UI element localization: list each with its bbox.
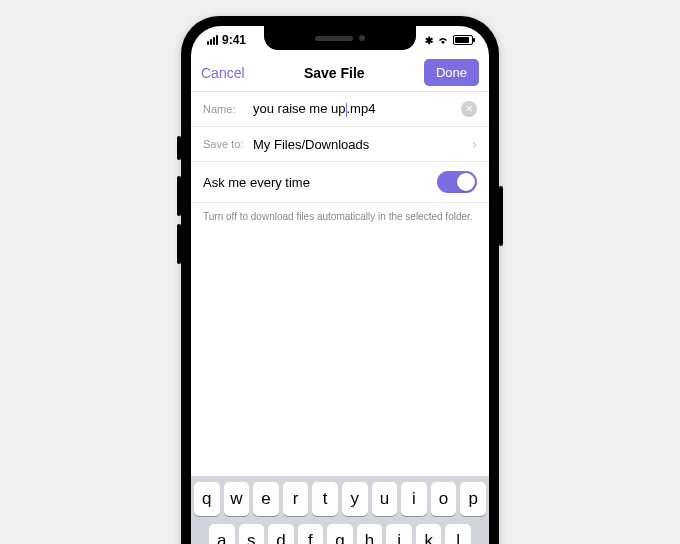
key-h[interactable]: h [357,524,383,544]
side-button [177,136,181,160]
speaker-grille [315,36,353,41]
clear-icon[interactable]: ✕ [461,101,477,117]
name-input[interactable]: you raise me up.mp4 [253,101,461,117]
key-w[interactable]: w [224,482,250,516]
side-button [177,176,181,216]
ask-label: Ask me every time [203,175,310,190]
keyboard: q w e r t y u i o p a s d f g h j k l [191,476,489,544]
key-y[interactable]: y [342,482,368,516]
saveto-label: Save to: [203,138,253,150]
key-f[interactable]: f [298,524,324,544]
key-o[interactable]: o [431,482,457,516]
status-time: 9:41 [222,33,246,47]
key-e[interactable]: e [253,482,279,516]
key-u[interactable]: u [372,482,398,516]
saveto-value: My Files/Downloads [253,137,472,152]
key-d[interactable]: d [268,524,294,544]
key-s[interactable]: s [239,524,265,544]
bluetooth-icon: ✱ [425,35,433,46]
key-l[interactable]: l [445,524,471,544]
content-spacer [191,230,489,476]
front-camera [359,35,365,41]
side-button [177,224,181,264]
screen: 9:41 ✱ Cancel Save File Done Name: you r… [191,26,489,544]
wifi-icon [437,35,449,45]
phone-frame: 9:41 ✱ Cancel Save File Done Name: you r… [181,16,499,544]
key-p[interactable]: p [460,482,486,516]
notch [264,26,416,50]
saveto-row[interactable]: Save to: My Files/Downloads › [191,127,489,162]
name-row[interactable]: Name: you raise me up.mp4 ✕ [191,92,489,127]
toggle-knob [457,173,475,191]
key-a[interactable]: a [209,524,235,544]
keyboard-row-2: a s d f g h j k l [194,524,486,544]
key-j[interactable]: j [386,524,412,544]
navbar: Cancel Save File Done [191,54,489,92]
keyboard-row-1: q w e r t y u i o p [194,482,486,516]
page-title: Save File [304,65,365,81]
done-button[interactable]: Done [424,59,479,86]
key-i[interactable]: i [401,482,427,516]
chevron-right-icon: › [472,136,477,152]
signal-icon [207,35,218,45]
key-t[interactable]: t [312,482,338,516]
ask-toggle[interactable] [437,171,477,193]
name-label: Name: [203,103,253,115]
key-g[interactable]: g [327,524,353,544]
hint-text: Turn off to download files automatically… [191,203,489,230]
key-q[interactable]: q [194,482,220,516]
cancel-button[interactable]: Cancel [201,65,245,81]
key-k[interactable]: k [416,524,442,544]
battery-icon [453,35,473,45]
ask-toggle-row: Ask me every time [191,162,489,203]
side-button [499,186,503,246]
key-r[interactable]: r [283,482,309,516]
